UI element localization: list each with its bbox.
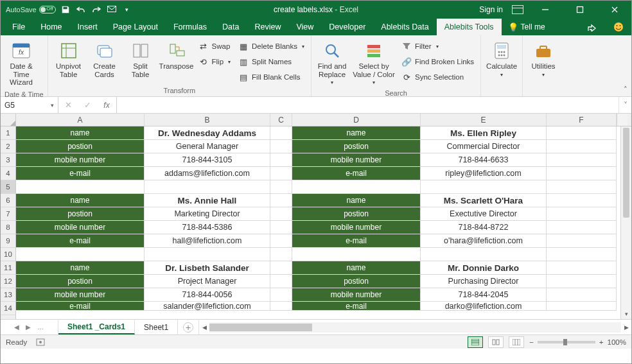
cell[interactable]: mobile number [16,221,145,234]
cell[interactable]: postion [292,275,421,288]
col-header-b[interactable]: B [145,114,270,126]
row-header[interactable]: 2 [1,140,15,153]
cell[interactable] [547,140,617,153]
cell[interactable]: e-mail [16,302,145,311]
cell[interactable]: mobile number [16,288,145,302]
scroll-down-icon[interactable]: ▾ [621,309,631,319]
col-header-f[interactable]: F [547,114,617,126]
cell[interactable] [270,194,292,207]
unpivot-table-button[interactable]: Unpivot Table [52,38,85,81]
cell[interactable]: mobile number [292,221,421,234]
tab-review[interactable]: Review [247,19,288,35]
tab-ablebits-data[interactable]: Ablebits Data [373,19,436,35]
cell[interactable] [547,153,617,167]
add-sheet-button[interactable]: + [183,322,193,333]
sheet-tab-active[interactable]: Sheet1 _Cards1 [58,320,135,334]
sign-in-link[interactable]: Sign in [479,5,503,14]
row-header[interactable]: 1 [1,126,15,140]
cell[interactable]: 718-844-3105 [145,153,270,167]
cell[interactable]: 718-844-0056 [145,288,270,302]
cell[interactable] [547,234,617,248]
cell[interactable] [270,302,292,311]
sheet-next-icon[interactable]: ▶ [26,324,31,331]
cell[interactable]: e-mail [16,167,145,180]
cell[interactable]: Project Manager [145,275,270,288]
cell[interactable]: Purchasing Director [421,275,547,288]
accept-formula-icon[interactable]: ✓ [78,100,97,110]
cell[interactable] [547,261,617,275]
save-icon[interactable] [60,4,71,15]
page-layout-view-button[interactable] [488,336,504,348]
date-time-wizard-button[interactable]: fx Date & Time Wizard [4,38,38,89]
tab-file[interactable]: File [4,19,33,35]
sheet-prev-icon[interactable]: ◀ [14,324,19,331]
name-box[interactable]: G5 ▾ [1,97,58,113]
hscroll-right-icon[interactable]: ▶ [621,320,631,334]
cell[interactable] [270,261,292,275]
cell[interactable]: 718-844-6633 [421,153,547,167]
feedback-icon[interactable] [606,19,631,35]
row-header[interactable]: 7 [1,207,15,221]
tell-me-search[interactable]: 💡 Tell me [502,19,552,35]
cell[interactable] [547,302,617,311]
split-table-button[interactable]: Split Table [124,38,157,81]
cell[interactable] [145,180,270,194]
select-all-triangle[interactable] [1,114,16,126]
filter-button[interactable]: Filter▾ [401,39,474,53]
row-header[interactable]: 10 [1,248,15,261]
expand-formula-bar-icon[interactable]: ˅ [619,97,631,113]
cell[interactable]: 718-844-5386 [145,221,270,234]
cell[interactable] [270,275,292,288]
tab-view[interactable]: View [288,19,321,35]
zoom-out-icon[interactable]: − [529,338,534,346]
row-header[interactable]: 11 [1,261,15,275]
cell[interactable] [547,248,617,261]
row-header[interactable]: 4 [1,167,15,180]
close-button[interactable] [602,1,628,19]
tab-data[interactable]: Data [215,19,247,35]
cell[interactable]: Commercial Director [421,140,547,153]
row-header[interactable]: 13 [1,288,15,302]
tab-page-layout[interactable]: Page Layout [105,19,166,35]
fill-blank-cells-button[interactable]: ▤Fill Blank Cells [238,70,304,84]
cell[interactable]: name [16,126,145,140]
cell[interactable]: addams@lifefiction.com [145,167,270,180]
minimize-button[interactable] [532,1,558,19]
cell[interactable]: 718-844-8722 [421,221,547,234]
tab-home[interactable]: Home [33,19,69,35]
col-header-d[interactable]: D [292,114,421,126]
find-replace-button[interactable]: Find and Replace▾ [315,38,349,88]
zoom-in-icon[interactable]: + [599,338,604,346]
vertical-scrollbar[interactable]: ▾ [620,126,631,319]
cell[interactable] [270,248,292,261]
delete-blanks-button[interactable]: ▦Delete Blanks▾ [238,39,304,53]
cell[interactable] [270,234,292,248]
cell[interactable] [547,288,617,302]
sheet-nav[interactable]: ◀ ▶ … [1,320,58,334]
row-header[interactable]: 3 [1,153,15,167]
cell[interactable] [547,194,617,207]
cell[interactable] [547,207,617,221]
cell[interactable]: ripley@lifefiction.com [421,167,547,180]
cell[interactable] [145,248,270,261]
cell[interactable] [547,126,617,140]
cell[interactable]: postion [292,140,421,153]
select-by-value-color-button[interactable]: Select by Value / Color▾ [351,38,396,88]
qat-customize-icon[interactable]: ▾ [121,4,133,15]
cell[interactable] [270,207,292,221]
row-header[interactable]: 14 [1,302,15,315]
cell[interactable]: mobile number [292,288,421,302]
row-header[interactable]: 8 [1,221,15,234]
cell[interactable]: salander@lifefiction.com [145,302,270,311]
cell[interactable]: mobile number [292,153,421,167]
flip-button[interactable]: ⟲Flip▾ [198,55,231,69]
cell[interactable]: 718-844-2045 [421,288,547,302]
cell[interactable] [270,140,292,153]
tab-insert[interactable]: Insert [70,19,105,35]
cell[interactable]: Exectutive Director [421,207,547,221]
cancel-formula-icon[interactable]: ✕ [58,100,78,110]
maximize-button[interactable] [567,1,593,19]
macro-record-icon[interactable] [36,338,45,346]
cell[interactable] [270,221,292,234]
cell[interactable] [421,180,547,194]
